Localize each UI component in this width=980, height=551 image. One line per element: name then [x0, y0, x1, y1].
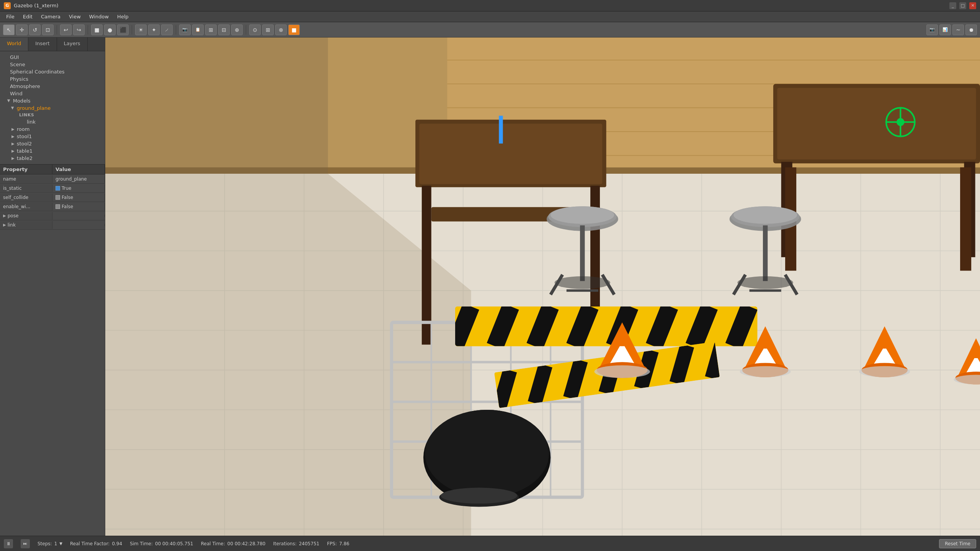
table1-arrow-icon: ▶ [11, 149, 15, 153]
menu-edit[interactable]: Edit [19, 13, 36, 21]
directional-light-button[interactable]: ⟋ [161, 24, 173, 35]
undo-button[interactable]: ↩ [60, 24, 72, 35]
tab-insert[interactable]: Insert [28, 37, 57, 51]
ground-plane-arrow-icon: ▶ [11, 107, 15, 110]
orange-widget-button[interactable]: ■ [288, 24, 300, 35]
room-arrow-icon: ▶ [11, 127, 15, 131]
tree-item-gui[interactable]: GUI [0, 54, 105, 61]
tree-item-stool1[interactable]: ▶ stool1 [0, 133, 105, 140]
tree-item-stool2[interactable]: ▶ stool2 [0, 140, 105, 147]
snap-align-button[interactable]: ⊞ [205, 24, 217, 35]
statusbar: ⏸ ⏭ Steps: 1 ▼ Real Time Factor: 0.94 Si… [0, 536, 980, 551]
prop-row-name[interactable]: name ground_plane [0, 174, 105, 184]
menu-window[interactable]: Window [85, 13, 113, 21]
record-button[interactable]: ⏺ [965, 24, 977, 35]
svg-point-48 [550, 206, 614, 224]
left-panel: World Insert Layers GUI Scene Spherical … [0, 37, 105, 536]
menu-view[interactable]: View [65, 13, 85, 21]
sim-time-label: Sim Time: [130, 541, 153, 546]
menu-camera[interactable]: Camera [37, 13, 64, 21]
tree-item-scene[interactable]: Scene [0, 61, 105, 68]
tab-world[interactable]: World [0, 37, 28, 51]
tree-item-models[interactable]: ▶ Models [0, 97, 105, 104]
paste-button[interactable]: 📋 [192, 24, 204, 35]
scene-svg [105, 37, 980, 536]
minimize-button[interactable]: _ [949, 2, 956, 9]
sep3 [132, 25, 132, 34]
spot-light-button[interactable]: ✦ [148, 24, 160, 35]
rotate-tool-button[interactable]: ↺ [29, 24, 41, 35]
enable-wind-checkbox-icon[interactable] [56, 204, 60, 209]
tree-item-spherical-coords[interactable]: Spherical Coordinates [0, 68, 105, 75]
tree-label-room: room [17, 126, 30, 132]
copy-button[interactable]: 📷 [179, 24, 191, 35]
viewport[interactable] [105, 37, 980, 536]
prop-row-pose[interactable]: ▶ pose [0, 211, 105, 220]
prop-row-link[interactable]: ▶ link [0, 220, 105, 230]
tab-layers[interactable]: Layers [57, 37, 88, 51]
self-collide-checkbox-icon[interactable] [56, 195, 60, 200]
tree-label-table2: table2 [17, 155, 33, 161]
tree-label-stool1: stool1 [17, 134, 32, 139]
tree-item-wind[interactable]: Wind [0, 90, 105, 97]
links-section-label: LINKS [0, 112, 105, 118]
expand-button[interactable]: ⊞ [262, 24, 274, 35]
prop-row-self-collide[interactable]: self_collide False [0, 193, 105, 202]
tree-item-ground-plane[interactable]: ▶ ground_plane [0, 104, 105, 112]
pause-button[interactable]: ⏸ [4, 539, 13, 548]
screenshot-button[interactable]: 📷 [926, 24, 938, 35]
menu-file[interactable]: File [2, 13, 18, 21]
value-col-header: Value [52, 165, 105, 174]
world-tree: GUI Scene Spherical Coordinates Physics … [0, 51, 105, 164]
tree-item-atmosphere[interactable]: Atmosphere [0, 83, 105, 90]
close-button[interactable]: ✕ [969, 2, 976, 9]
tree-item-table2[interactable]: ▶ table2 [0, 155, 105, 162]
maximize-button[interactable]: □ [959, 2, 966, 9]
fps-item: FPS: 7.86 [327, 541, 350, 546]
fps-label: FPS: [327, 541, 337, 546]
models-arrow-icon: ▶ [7, 99, 11, 103]
property-rows: name ground_plane is_static True self_co… [0, 174, 105, 536]
prop-row-enable-wind[interactable]: enable_wi... False [0, 202, 105, 211]
grid-button[interactable]: ⊕ [231, 24, 243, 35]
box-shape-button[interactable]: ■ [91, 24, 103, 35]
tree-label-models: Models [13, 98, 31, 104]
contact-vis-button[interactable]: ⊙ [249, 24, 261, 35]
prop-self-collide-value: False [52, 194, 105, 201]
svg-point-107 [859, 366, 910, 377]
point-light-button[interactable]: ☀ [135, 24, 147, 35]
sim-time-value: 00 00:40:05.751 [155, 541, 193, 546]
is-static-checkbox-icon[interactable] [56, 186, 60, 191]
tree-item-physics[interactable]: Physics [0, 75, 105, 83]
tree-label-atmosphere: Atmosphere [10, 83, 40, 89]
step-button[interactable]: ⏭ [21, 539, 30, 548]
prop-row-is-static[interactable]: is_static True [0, 184, 105, 193]
prop-is-static-value: True [52, 184, 105, 192]
iterations-item: Iterations: 2405751 [273, 541, 320, 546]
prop-link-label: ▶ link [0, 221, 52, 229]
prop-pose-label: ▶ pose [0, 212, 52, 220]
redo-button[interactable]: ↪ [73, 24, 85, 35]
reset-time-button[interactable]: Reset Time [939, 539, 976, 548]
stats-button[interactable]: ~ [952, 24, 964, 35]
cylinder-shape-button[interactable]: ⬛ [117, 24, 129, 35]
svg-point-99 [595, 365, 650, 378]
align-button[interactable]: ⊟ [218, 24, 230, 35]
window-title: Gazebo (1_xterm) [14, 3, 59, 8]
stool2-arrow-icon: ▶ [11, 142, 15, 146]
translate-tool-button[interactable]: ✛ [16, 24, 28, 35]
tree-item-table1[interactable]: ▶ table1 [0, 147, 105, 155]
svg-point-39 [897, 119, 904, 126]
svg-point-58 [737, 276, 793, 289]
graph-button[interactable]: 📊 [939, 24, 951, 35]
tree-item-room[interactable]: ▶ room [0, 126, 105, 133]
iterations-label: Iterations: [273, 541, 297, 546]
origin-button[interactable]: ⊗ [275, 24, 287, 35]
select-tool-button[interactable]: ↖ [3, 24, 15, 35]
tree-label-stool2: stool2 [17, 141, 32, 147]
tree-item-link[interactable]: link [0, 118, 105, 126]
scale-tool-button[interactable]: ⊡ [42, 24, 54, 35]
steps-dropdown-icon[interactable]: ▼ [59, 541, 62, 546]
sphere-shape-button[interactable]: ● [104, 24, 116, 35]
menu-help[interactable]: Help [113, 13, 132, 21]
